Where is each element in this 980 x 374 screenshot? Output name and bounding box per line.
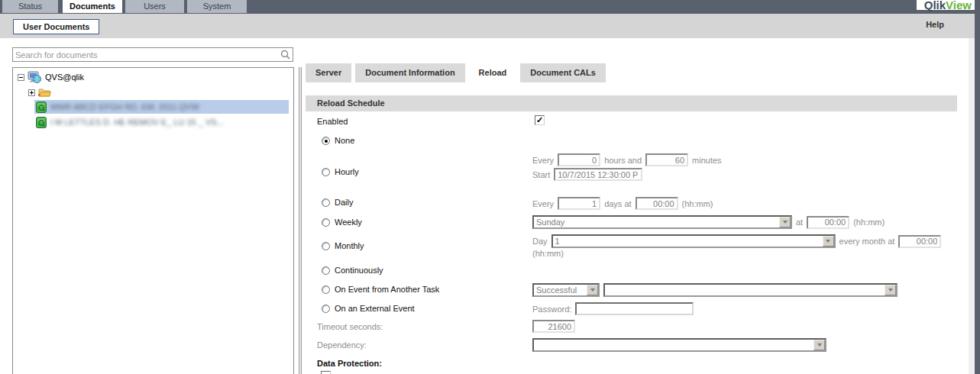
daily-settings-row: Every days at (hh:mm)	[532, 197, 717, 210]
radio-continuously-label: Continuously	[335, 266, 383, 275]
tab-status[interactable]: Status	[2, 0, 58, 13]
radio-monthly[interactable]: Monthly	[322, 241, 364, 250]
chevron-down-icon	[779, 217, 791, 227]
dependency-dropdown[interactable]	[532, 338, 826, 352]
hourly-settings-row: Every hours and minutes	[532, 153, 726, 166]
radio-button-icon	[322, 168, 330, 176]
monthly-time-input[interactable]	[898, 235, 941, 248]
chevron-down-icon	[587, 285, 598, 295]
minutes-label: minutes	[692, 156, 722, 165]
radio-on-event-label: On Event from Another Task	[335, 285, 439, 294]
start-label: Start	[532, 170, 550, 179]
radio-button-icon	[322, 266, 330, 275]
radio-hourly[interactable]: Hourly	[322, 167, 359, 176]
panel-splitter[interactable]	[299, 67, 302, 374]
month-day-dropdown[interactable]: 1	[551, 234, 836, 248]
minutes-input[interactable]	[645, 153, 688, 166]
monthly-hint-row: (hh:mm)	[532, 249, 568, 258]
document-name-blurred: MWR ABCD EFGH RD, EM. 2011.QVW	[50, 102, 199, 111]
window-right-border	[975, 8, 980, 374]
radio-on-event-from-another-task[interactable]: On Event from Another Task	[322, 285, 439, 294]
qlikview-logo: QlikView	[917, 0, 975, 10]
svg-text:*: *	[38, 93, 40, 98]
logo-text-view: View	[946, 0, 972, 11]
radio-on-external-event[interactable]: On an External Event	[322, 304, 415, 313]
radio-external-event-label: On an External Event	[335, 304, 415, 313]
expand-icon[interactable]	[28, 89, 35, 96]
weekly-time-input[interactable]	[807, 216, 849, 229]
collapse-icon[interactable]	[18, 74, 24, 81]
external-event-settings-row: Password:	[532, 302, 697, 315]
tab-document-information[interactable]: Document Information	[355, 63, 464, 82]
radio-daily-label: Daily	[335, 198, 353, 207]
weekday-dropdown[interactable]: Sunday	[532, 215, 792, 229]
document-name-blurred: I M LETTLES D. HE REMOV E_ LU 15 _ VS...	[50, 118, 224, 127]
chevron-down-icon	[885, 285, 896, 295]
weekday-value: Sunday	[536, 218, 564, 227]
dependency-label: Dependency:	[317, 340, 367, 350]
password-input[interactable]	[575, 302, 694, 315]
chevron-down-icon	[823, 236, 834, 247]
enabled-checkbox[interactable]: ✓	[535, 115, 545, 125]
timeout-row	[532, 320, 579, 333]
event-status-value: Successful	[536, 285, 577, 295]
tab-reload[interactable]: Reload	[469, 63, 517, 82]
help-link[interactable]: Help	[926, 20, 944, 29]
tab-document-cals[interactable]: Document CALs	[520, 63, 606, 82]
search-input[interactable]	[15, 49, 275, 60]
chevron-down-icon	[813, 340, 825, 350]
days-at-label: days at	[604, 199, 631, 208]
event-status-dropdown[interactable]: Successful	[532, 283, 600, 297]
every-label: Every	[532, 199, 554, 208]
data-protection-checkbox[interactable]	[321, 371, 331, 374]
radio-button-icon	[322, 137, 330, 145]
password-label: Password:	[532, 305, 571, 314]
folder-icon: *	[38, 87, 52, 98]
reload-schedule-header: Reload Schedule	[306, 95, 957, 111]
enabled-label: Enabled	[317, 117, 348, 126]
weekly-settings-row: Sunday at (hh:mm)	[532, 215, 888, 229]
tab-server[interactable]: Server	[306, 63, 351, 82]
radio-monthly-label: Monthly	[335, 241, 364, 250]
document-detail-tabs: Server Document Information Reload Docum…	[306, 63, 606, 82]
tree-node-document-1[interactable]: MWR ABCD EFGH RD, EM. 2011.QVW	[34, 100, 289, 114]
days-input[interactable]	[558, 197, 600, 210]
data-protection-label: Data Protection:	[317, 359, 382, 368]
document-icon	[36, 117, 47, 128]
hourly-start-row: Start	[532, 168, 646, 181]
tab-system[interactable]: System	[187, 0, 247, 13]
document-tree-panel: QVS@qlik * MWR ABCD EFGH RD, EM. 2011.QV…	[12, 67, 294, 374]
tree-node-document-2[interactable]: I M LETTLES D. HE REMOV E_ LU 15 _ VS...	[34, 115, 289, 129]
radio-weekly[interactable]: Weekly	[322, 218, 362, 227]
document-icon	[36, 102, 47, 113]
document-search-container	[12, 47, 293, 62]
on-event-settings-row: Successful	[532, 283, 901, 297]
day-label: Day	[532, 237, 548, 246]
radio-daily[interactable]: Daily	[322, 198, 353, 207]
radio-button-icon	[322, 305, 330, 313]
user-documents-button[interactable]: User Documents	[13, 19, 99, 34]
daily-time-input[interactable]	[636, 197, 678, 210]
monthly-settings-row: Day 1 every month at	[532, 234, 945, 248]
hhmm-hint: (hh:mm)	[682, 199, 713, 208]
start-datetime-input[interactable]	[554, 168, 642, 181]
every-month-at-label: every month at	[839, 237, 895, 246]
every-label: Every	[532, 156, 554, 165]
hours-input[interactable]	[558, 153, 600, 166]
tab-users[interactable]: Users	[125, 0, 184, 13]
radio-hourly-label: Hourly	[335, 167, 359, 176]
radio-weekly-label: Weekly	[335, 218, 362, 227]
logo-text-qlik: Qlik	[924, 0, 946, 11]
month-day-value: 1	[555, 237, 560, 246]
radio-continuously[interactable]: Continuously	[322, 266, 383, 275]
scrollbar-track[interactable]	[969, 38, 975, 374]
tab-documents[interactable]: Documents	[63, 0, 122, 13]
tree-node-server[interactable]: QVS@qlik	[18, 70, 84, 84]
sub-toolbar: User Documents Help	[0, 14, 975, 38]
hhmm-hint: (hh:mm)	[532, 249, 564, 258]
tree-node-folder[interactable]: *	[28, 85, 52, 99]
event-task-dropdown[interactable]	[603, 283, 898, 297]
search-icon[interactable]	[280, 50, 290, 60]
radio-none[interactable]: None	[322, 136, 354, 145]
timeout-input[interactable]	[532, 320, 575, 333]
